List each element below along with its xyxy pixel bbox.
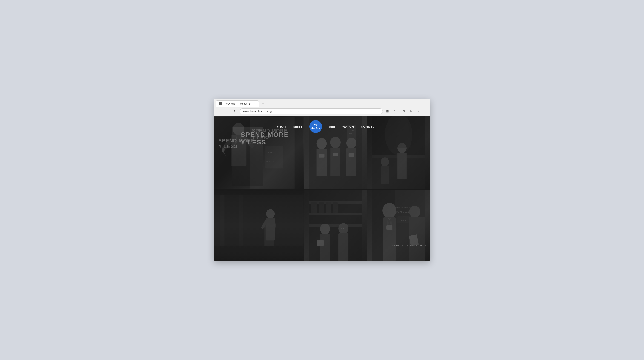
svg-rect-71 [383, 218, 396, 261]
podium-silhouette-svg [214, 190, 304, 261]
url-input[interactable] [240, 108, 383, 114]
forward-icon: → [226, 109, 229, 113]
svg-rect-21 [316, 148, 326, 176]
svg-point-56 [320, 224, 330, 234]
svg-text:SPEED: SPEED [268, 151, 274, 153]
nav-item-connect[interactable]: CONNECT [361, 125, 377, 128]
address-bar: ← → ↻ ⊞ ☆ ⧉ ✎ ☺ ⋯ [214, 107, 430, 116]
diamond-banner-text: DIAMOND W EVERY WOM [392, 244, 427, 247]
tab-title: The Anchor - The best th [223, 102, 251, 105]
svg-rect-52 [311, 203, 317, 213]
svg-rect-34 [398, 153, 407, 179]
svg-rect-60 [338, 233, 348, 261]
nav-item-watch[interactable]: WATCH [342, 125, 354, 128]
back-button[interactable]: ← [216, 108, 223, 114]
svg-rect-54 [326, 203, 331, 213]
svg-rect-53 [319, 203, 324, 213]
photo-grid: SPEND MORE Y LESS SPEND MORE Y LESS [214, 116, 430, 261]
grid-cell-podium [214, 190, 304, 261]
svg-point-24 [346, 137, 356, 148]
svg-rect-51 [309, 224, 362, 227]
back-icon: ← [218, 109, 221, 113]
new-tab-button[interactable]: + [260, 100, 266, 107]
favorites-icon[interactable]: ☆ [391, 108, 398, 114]
logo-line2: Anchor [311, 127, 320, 129]
svg-point-45 [266, 209, 274, 219]
browser-tab-active[interactable]: The Anchor - The best th × [216, 100, 259, 107]
svg-point-36 [381, 157, 389, 166]
emoji-icon[interactable]: ☺ [414, 108, 421, 114]
chess-silhouette-svg [304, 190, 366, 261]
svg-point-10 [222, 148, 225, 152]
svg-rect-26 [319, 154, 324, 157]
tab-close-button[interactable]: × [252, 102, 256, 105]
nav-back-arrow[interactable]: ← [267, 125, 270, 128]
browser-chrome: The Anchor - The best th × + ← → ↻ ⊞ ☆ ⧉ [214, 99, 430, 116]
toolbar-icons: ⊞ ☆ ⧉ ✎ ☺ ⋯ [384, 108, 428, 114]
svg-rect-25 [346, 148, 356, 176]
screenshot-icon[interactable]: ⧉ [401, 108, 407, 114]
svg-point-76 [409, 206, 420, 218]
svg-rect-57 [320, 234, 330, 261]
tab-favicon [219, 102, 222, 105]
logo-line1: the [314, 123, 318, 126]
extensions-icon[interactable]: ⊞ [384, 108, 391, 114]
svg-rect-42 [214, 246, 304, 256]
svg-point-22 [330, 137, 341, 148]
grid-cell-chess [304, 190, 367, 261]
svg-rect-4 [266, 146, 283, 168]
svg-rect-75 [386, 226, 392, 230]
svg-rect-28 [348, 153, 354, 157]
toolbar-separator [399, 109, 399, 113]
svg-text:DIAMOND W: DIAMOND W [396, 206, 411, 209]
svg-rect-37 [381, 166, 389, 185]
svg-text:FirstBank: FirstBank [398, 219, 407, 221]
svg-point-20 [316, 138, 326, 149]
podium-photo [214, 190, 304, 261]
chess-photo [304, 190, 366, 261]
svg-rect-55 [333, 203, 338, 213]
site-navigation: ← WHAT MEET the Anchor SEE WATCH CONNECT [214, 116, 430, 137]
svg-point-70 [382, 203, 396, 218]
refresh-icon: ↻ [234, 109, 236, 113]
browser-window: The Anchor - The best th × + ← → ↻ ⊞ ☆ ⧉ [214, 99, 430, 261]
smiling-photo: DIAMOND W EVERY WOM FirstBank [367, 190, 430, 261]
svg-rect-58 [317, 241, 324, 246]
nav-item-see[interactable]: SEE [329, 125, 336, 128]
site-logo[interactable]: the Anchor [309, 120, 322, 133]
nav-item-meet[interactable]: MEET [294, 125, 302, 128]
svg-line-12 [246, 139, 252, 146]
svg-text:◇ Diamond: ◇ Diamond [266, 160, 274, 162]
smiling-silhouette-svg: DIAMOND W EVERY WOM FirstBank [367, 190, 430, 261]
edit-icon[interactable]: ✎ [408, 108, 414, 114]
more-options-icon[interactable]: ⋯ [421, 108, 428, 114]
forward-button[interactable]: → [224, 108, 230, 114]
website-content: ← WHAT MEET the Anchor SEE WATCH CONNECT… [214, 116, 430, 261]
nav-item-what[interactable]: WHAT [277, 125, 286, 128]
svg-text:EVERY WOM: EVERY WOM [396, 211, 411, 213]
svg-rect-27 [332, 153, 338, 156]
tab-bar: The Anchor - The best th × + [214, 99, 430, 107]
grid-cell-smiling: DIAMOND W EVERY WOM FirstBank [367, 190, 430, 261]
refresh-button[interactable]: ↻ [232, 108, 238, 114]
svg-rect-23 [330, 148, 340, 176]
svg-rect-50 [309, 213, 362, 215]
